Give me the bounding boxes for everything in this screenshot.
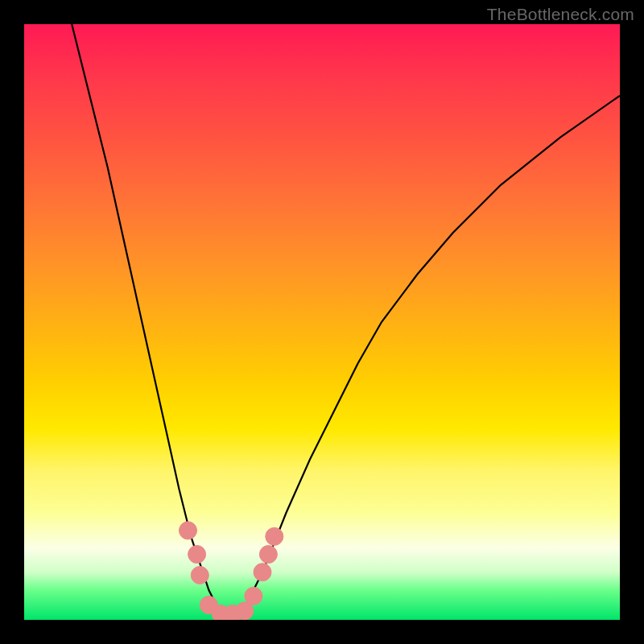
watermark-text: TheBottleneck.com (487, 5, 634, 24)
chart-svg (24, 24, 620, 620)
data-marker (259, 546, 277, 564)
data-marker (245, 587, 262, 605)
plot-area (24, 24, 620, 620)
bottleneck-curve (72, 24, 620, 620)
data-marker (254, 564, 271, 581)
data-marker (266, 527, 283, 545)
data-marker (180, 522, 197, 539)
chart-frame: TheBottleneck.com (0, 0, 644, 644)
data-marker (188, 546, 206, 564)
marker-group (180, 522, 283, 620)
data-marker (191, 567, 208, 584)
